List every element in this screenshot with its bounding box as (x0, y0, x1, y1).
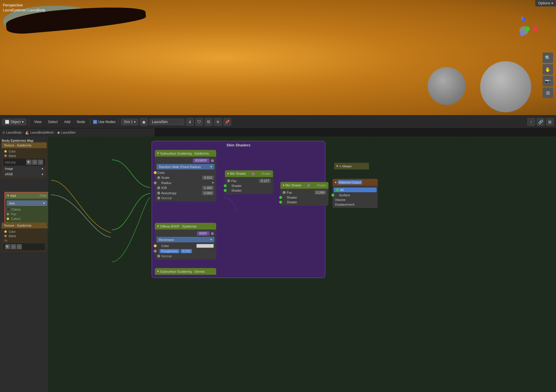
bssrdf-output: BSSRDF (155, 158, 216, 163)
view-menu[interactable]: View (32, 119, 44, 125)
zoom-btn[interactable]: 🔍 (543, 52, 553, 63)
texture-node-2: Texture - Epidermis Color Alpha dy 🔍 ⧉ ✕ (1, 223, 47, 252)
socket-alpha (4, 155, 7, 157)
texture-node-1-body: Color Alpha ead.png 🔍 ⧉ ✕ Image ▾ sRGB (1, 148, 47, 178)
object-label: LauraEyebrow | LauraBody (3, 8, 45, 12)
diffuse-roughness-row: Roughness 0.532 (155, 249, 216, 254)
srgb-dropdown[interactable]: sRGB ▾ (3, 172, 45, 177)
image-dropdown[interactable]: Image ▾ (3, 166, 45, 171)
add-menu[interactable]: Add (62, 119, 73, 125)
file-close-btn[interactable]: ✕ (38, 160, 43, 165)
copy-icon[interactable]: ⧉ (205, 118, 212, 126)
breadcrumb: ⊙ LauraBody › ⛵ LauraBodyMesh › ◉ LauraS… (0, 128, 155, 136)
right-toolbar: 🔍 ✋ 📷 ⊞ (543, 52, 553, 98)
all-option[interactable]: All (334, 188, 377, 192)
alpha-field-2: Alpha (3, 234, 46, 238)
mix2-fac-row: Fac 0.268 (280, 190, 328, 195)
volume-option[interactable]: Volume (333, 197, 378, 202)
diffuse-color-row: Color (155, 243, 216, 249)
breadcrumb-part3[interactable]: LauraSkin (61, 131, 76, 134)
material-output-node[interactable]: ▾ Material Output All Surface Volume Dis… (333, 179, 378, 208)
left-panel: Body Epidermis Map Texture - Epidermis C… (0, 136, 48, 392)
file-browse-btn[interactable]: 🔍 (26, 160, 32, 165)
viewer-node[interactable]: ▾ > Viewer (334, 163, 369, 169)
object-label: Object (11, 120, 21, 124)
node-editor[interactable]: Skin Shaders ▾ Subsurface Scattering - E… (48, 136, 556, 392)
sss-epidermis-node[interactable]: ▾ Subsurface Scattering - Epidermis BSSR… (155, 150, 216, 202)
fac-field: Fac (7, 212, 47, 216)
select-menu[interactable]: Select (46, 119, 60, 125)
diffuse-normal-row: Normal (155, 254, 216, 258)
link-icon[interactable]: 🔗 (537, 118, 544, 126)
material-output-title: Material Output (338, 180, 362, 184)
material-name-field[interactable]: LauraSkin (149, 119, 184, 125)
pin-icon[interactable]: 📌 (223, 118, 231, 126)
slot-dropdown[interactable]: Slot 1 ▾ (121, 119, 138, 125)
alpha-field: Alpha (3, 154, 46, 158)
texture-node-2-header: Texture - Epidermis (1, 223, 47, 228)
breadcrumb-icon: ⊙ (2, 131, 5, 134)
breadcrumb-part1[interactable]: LauraBody (6, 131, 22, 134)
up-icon[interactable]: ↑ (527, 118, 535, 126)
file2-close-btn[interactable]: ✕ (17, 244, 22, 249)
color-field-2: Color (3, 230, 46, 234)
pan-btn[interactable]: ✋ (543, 64, 553, 75)
use-nodes-checkbox[interactable]: ✓ (93, 120, 97, 124)
material-sphere-icon[interactable]: ◉ (140, 118, 148, 126)
node-toolbar: ⬜ Object ▾ View Select Add Node ✓ Use No… (0, 115, 556, 128)
sss-scale-row: Scale 0.010 (155, 175, 216, 180)
sep3 (118, 118, 118, 125)
shield-icon[interactable]: 🛡 (195, 118, 203, 126)
clamp-checkbox[interactable]: Clamp (7, 207, 47, 212)
texture2-placeholder: dy (3, 238, 46, 243)
color1-socket (7, 218, 9, 220)
file-copy-btn[interactable]: ⧉ (32, 160, 37, 165)
close-icon[interactable]: ✕ (214, 118, 222, 126)
material-count-btn[interactable]: 4 (186, 118, 194, 126)
camera-btn[interactable]: 📷 (543, 76, 553, 86)
mix2-shader2-row: Shader (280, 200, 328, 204)
add-mode-dropdown[interactable]: Add ▾ (7, 200, 47, 206)
node-menu[interactable]: Node (74, 119, 88, 125)
object-icon: ⬜ (5, 120, 9, 124)
sss-anisotropy-row: Anisotropy 0.000 (155, 190, 216, 196)
breadcrumb-icon2: ⛵ (25, 131, 29, 134)
file-field-2[interactable]: 🔍 ⧉ ✕ (3, 243, 45, 250)
mix2-shader1-row: Shader (280, 195, 328, 200)
surface-option[interactable]: Surface (333, 193, 378, 197)
mix-shader-1-header: ▾ Mix Shader Shader (225, 170, 273, 177)
options-bar[interactable]: Options ▾ (535, 0, 556, 6)
fac-socket (7, 213, 9, 215)
viewport-gizmo[interactable]: Z (509, 16, 538, 45)
viewport[interactable]: Perspective LauraEyebrow | LauraBody Z 🔍… (0, 0, 556, 115)
bsdf-output: BSDF (155, 231, 216, 236)
sss-color-row: Color (155, 170, 216, 175)
gizmo-z-label: Z (521, 16, 524, 21)
diffuse-method-dropdown[interactable]: Beckmann ▾ (157, 237, 214, 242)
sss-dermis-node[interactable]: ▾ Subsurface Scattering - Dermis (155, 268, 216, 275)
sss-radius-row: Radius ▾ (155, 180, 216, 185)
layout-icon[interactable]: ⊞ (546, 118, 554, 126)
object-dropdown[interactable]: ⬜ Object ▾ (2, 119, 26, 125)
file2-browse-btn[interactable]: 🔍 (5, 244, 10, 249)
perspective-label: Perspective (3, 3, 23, 7)
breadcrumb-part2[interactable]: LauraBodyMesh (30, 131, 54, 134)
gizmo-x-dot (533, 26, 538, 32)
add-color-label: Color (40, 194, 47, 197)
material-output-body: All Surface Volume Displacement (333, 186, 378, 208)
clamp-check[interactable] (7, 208, 10, 211)
mix-shader-1-node[interactable]: ▾ Mix Shader Shader Fac 0.127 Shader Sha… (225, 170, 273, 194)
use-nodes-toggle[interactable]: ✓ Use Nodes (93, 120, 116, 124)
file-field[interactable]: ead.png 🔍 ⧉ ✕ (3, 159, 45, 166)
grid-btn[interactable]: ⊞ (543, 88, 553, 98)
color1-field: Color1 (7, 216, 47, 221)
file2-copy-btn[interactable]: ⧉ (11, 244, 16, 249)
viewer-header: ▾ > Viewer (334, 163, 369, 169)
socket-alpha-2 (4, 235, 7, 237)
use-nodes-label: Use Nodes (98, 120, 116, 124)
mix-shader-1-body: Fac 0.127 Shader Shader (225, 177, 273, 194)
sss-method-dropdown[interactable]: Random Walk (Fixed Radius) ▾ (157, 164, 214, 169)
displacement-option[interactable]: Displacement (333, 202, 378, 207)
diffuse-bsdf-node[interactable]: ▾ Diffuse BSDF - Epidermis BSDF Beckmann… (155, 223, 216, 260)
mix-shader-2-node[interactable]: ▾ Mix Shader Shader Fac 0.268 Shader Sha… (280, 182, 328, 206)
